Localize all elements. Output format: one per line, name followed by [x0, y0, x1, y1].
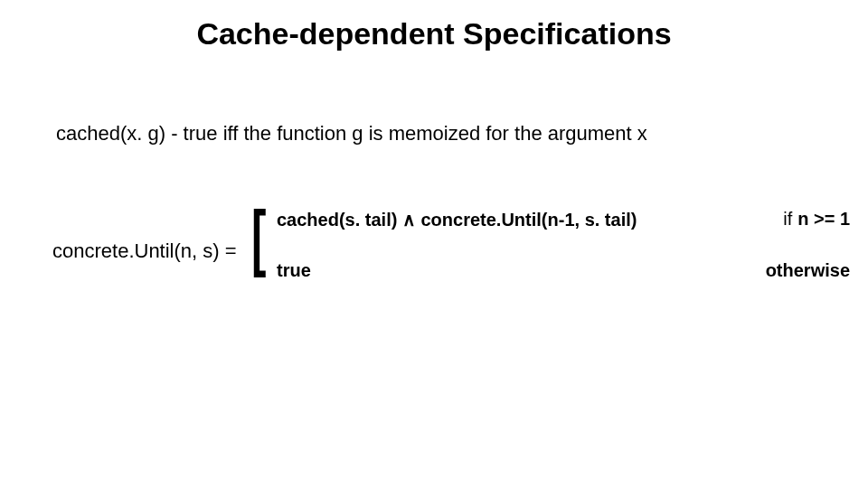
case2-condition: otherwise: [766, 260, 850, 281]
if-keyword: if: [783, 209, 792, 229]
slide: Cache-dependent Specifications cached(x.…: [0, 0, 868, 488]
case1-expression: cached(s. tail) ∧ concrete.Until(n-1, s.…: [277, 209, 637, 230]
piecewise-bracket: [: [251, 200, 266, 274]
equation-lhs: concrete.Until(n, s) =: [52, 239, 237, 263]
slide-title: Cache-dependent Specifications: [0, 16, 868, 52]
cached-definition: cached(x. g) - true iff the function g i…: [56, 122, 647, 145]
case2-expression: true: [277, 260, 311, 281]
case1-condition: ifn >= 1: [783, 209, 850, 230]
case1-condition-text: n >= 1: [797, 209, 850, 229]
